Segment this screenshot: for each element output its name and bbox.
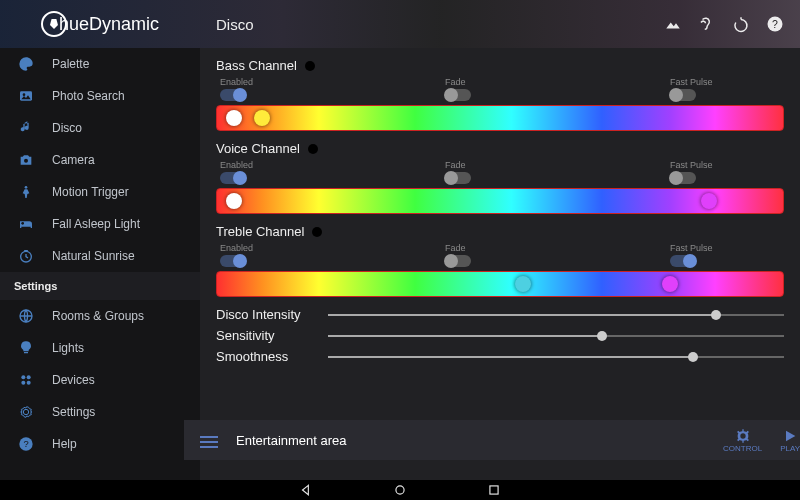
svg-point-8 [25,186,28,189]
enabled-switch[interactable] [220,172,246,184]
refresh-icon[interactable] [732,15,750,33]
slider-label: Disco Intensity [216,307,316,322]
spectrum-slider[interactable] [216,271,784,297]
back-icon[interactable] [299,483,313,497]
camera-icon [18,152,34,168]
svg-point-13 [27,375,31,379]
sidebar-item-motion-trigger[interactable]: Motion Trigger [0,176,200,208]
channel-bass-channel: Bass ChannelEnabledFadeFast Pulse [216,58,784,131]
bottom-bar: Entertainment area CONTROL PLAY [184,420,800,460]
slider-smoothness: Smoothness [216,349,784,364]
fastpulse-label: Fast Pulse [670,77,713,87]
fastpulse-switch[interactable] [670,255,696,267]
enabled-switch[interactable] [220,89,246,101]
sidebar-item-label: Lights [52,341,84,355]
clock-icon [18,248,34,264]
home-icon[interactable] [393,483,407,497]
slider-track[interactable] [328,335,784,337]
devices-icon [18,372,34,388]
page-title: Disco [216,16,664,33]
fade-switch[interactable] [445,255,471,267]
sidebar-item-label: Devices [52,373,95,387]
sidebar-item-fall-asleep-light[interactable]: Fall Asleep Light [0,208,200,240]
fade-switch[interactable] [445,89,471,101]
svg-point-7 [24,159,28,163]
fade-switch[interactable] [445,172,471,184]
sidebar-item-help[interactable]: ?Help [0,428,200,460]
sidebar-item-label: Fall Asleep Light [52,217,140,231]
spectrum-slider[interactable] [216,188,784,214]
channel-title: Bass Channel [216,58,784,73]
landscape-icon[interactable] [664,15,682,33]
enabled-label: Enabled [220,77,253,87]
fastpulse-switch[interactable] [670,89,696,101]
svg-point-18 [396,486,404,494]
spectrum-thumb[interactable] [254,110,270,126]
sidebar-item-lights[interactable]: Lights [0,332,200,364]
app-name-label: hueDynamic [59,14,159,35]
header: Disco ? [200,0,800,48]
spectrum-thumb[interactable] [226,110,242,126]
palette-icon [18,56,34,72]
spectrum-thumb[interactable] [662,276,678,292]
svg-point-14 [21,381,25,385]
sidebar-item-label: Rooms & Groups [52,309,144,323]
slider-thumb[interactable] [711,310,721,320]
slider-track[interactable] [328,314,784,316]
play-button[interactable]: PLAY [780,428,800,453]
sidebar-item-palette[interactable]: Palette [0,48,200,80]
fastpulse-switch[interactable] [670,172,696,184]
slider-thumb[interactable] [597,331,607,341]
sidebar-item-rooms-groups[interactable]: Rooms & Groups [0,300,200,332]
slider-disco-intensity: Disco Intensity [216,307,784,322]
entertainment-area-title: Entertainment area [236,433,705,448]
sidebar-item-label: Palette [52,57,89,71]
control-button[interactable]: CONTROL [723,428,762,453]
sidebar-item-label: Natural Sunrise [52,249,135,263]
help-icon[interactable]: ? [766,15,784,33]
android-navbar [0,480,800,500]
svg-text:?: ? [23,439,28,449]
motion-icon [18,184,34,200]
enabled-label: Enabled [220,243,253,253]
svg-point-15 [27,381,31,385]
slider-label: Sensitivity [216,328,316,343]
photo-icon [18,88,34,104]
hearing-icon[interactable] [698,15,716,33]
spectrum-thumb[interactable] [701,193,717,209]
menu-icon[interactable] [200,433,218,447]
sidebar-item-label: Settings [52,405,95,419]
sidebar-item-label: Disco [52,121,82,135]
channel-treble-channel: Treble ChannelEnabledFadeFast Pulse [216,224,784,297]
sidebar-item-devices[interactable]: Devices [0,364,200,396]
channel-title: Voice Channel [216,141,784,156]
slider-label: Smoothness [216,349,316,364]
fade-label: Fade [445,243,466,253]
bulb-icon [18,340,34,356]
svg-point-9 [21,222,24,225]
channel-title: Treble Channel [216,224,784,239]
slider-thumb[interactable] [688,352,698,362]
gear-icon [18,404,34,420]
sidebar-item-disco[interactable]: Disco [0,112,200,144]
spectrum-slider[interactable] [216,105,784,131]
sidebar-item-settings[interactable]: Settings [0,396,200,428]
fastpulse-label: Fast Pulse [670,243,713,253]
sidebar-item-photo-search[interactable]: Photo Search [0,80,200,112]
sidebar-item-label: Motion Trigger [52,185,129,199]
sidebar-section-settings: Settings [0,272,200,300]
svg-point-3 [24,59,26,61]
enabled-switch[interactable] [220,255,246,267]
recent-icon[interactable] [487,483,501,497]
sidebar-item-label: Help [52,437,77,451]
globe-icon [18,308,34,324]
sidebar-item-camera[interactable]: Camera [0,144,200,176]
svg-text:?: ? [772,18,778,30]
app-logo: hueDynamic [0,0,200,48]
spectrum-thumb[interactable] [515,276,531,292]
spectrum-thumb[interactable] [226,193,242,209]
sidebar-item-label: Photo Search [52,89,125,103]
slider-track[interactable] [328,356,784,358]
sidebar-item-natural-sunrise[interactable]: Natural Sunrise [0,240,200,272]
bed-icon [18,216,34,232]
